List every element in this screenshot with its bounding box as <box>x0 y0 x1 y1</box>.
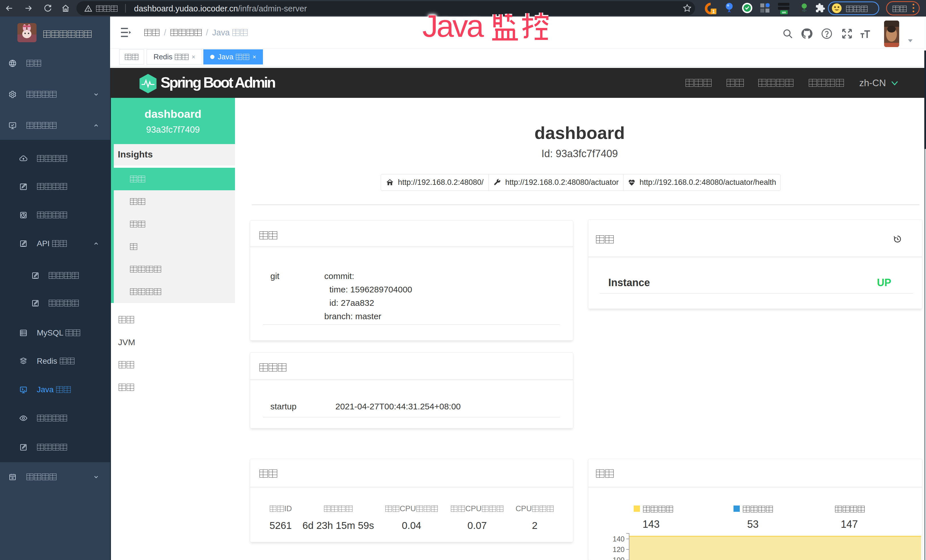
svg-text:on: on <box>782 11 786 14</box>
svg-text:1: 1 <box>713 9 715 14</box>
